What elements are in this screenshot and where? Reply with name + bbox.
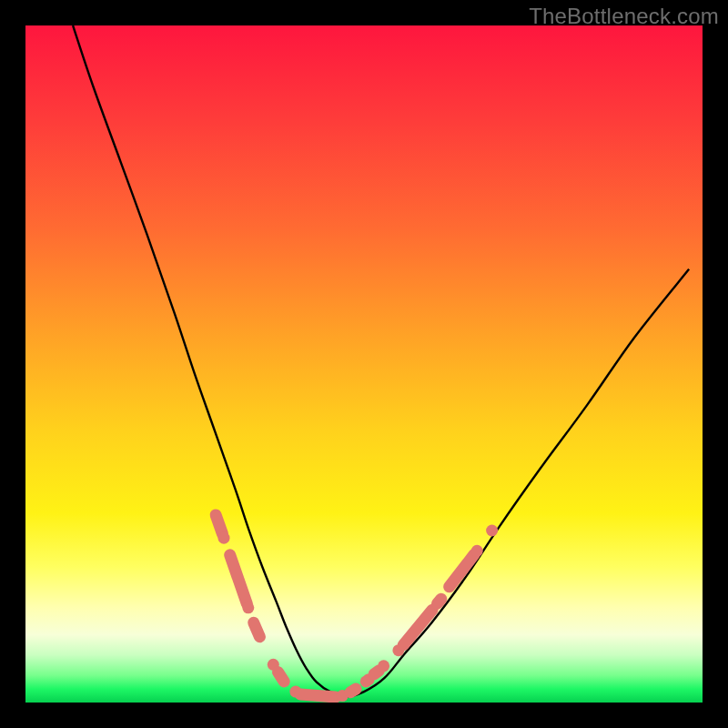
bead-icon [471, 545, 483, 557]
watermark-text: TheBottleneck.com [529, 4, 719, 29]
bead-icon [242, 602, 254, 613]
bead-run [254, 622, 260, 637]
bead-icon [218, 532, 230, 544]
bead-run [216, 515, 222, 534]
chart-svg [25, 25, 703, 703]
bead-run [437, 599, 440, 603]
bead-icon [486, 525, 498, 537]
bead-icon [378, 660, 389, 672]
bottleneck-curve [73, 25, 689, 696]
chart-plot-area [25, 25, 703, 703]
bead-run [230, 555, 248, 604]
chart-frame: TheBottleneck.com [0, 0, 728, 728]
bead-run [278, 672, 285, 682]
highlight-beads [216, 515, 498, 702]
bead-run [300, 694, 336, 697]
bead-run [350, 689, 356, 693]
bead-run [374, 671, 379, 674]
